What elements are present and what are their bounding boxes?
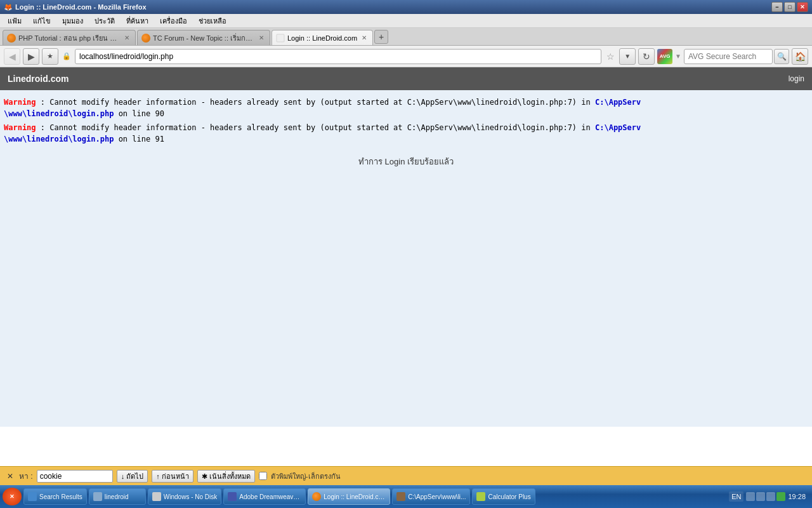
tab-close-forum[interactable]: ✕ (257, 34, 266, 43)
new-tab-button[interactable]: + (374, 30, 388, 44)
tab-icon-php (7, 34, 16, 43)
address-bar[interactable] (75, 49, 601, 64)
title-bar-title: 🦊 Login :: LineDroid.com - Mozilla Firef… (4, 3, 147, 11)
back-button[interactable]: ◀ (4, 48, 20, 65)
warning-2: Warning : Cannot modify header informati… (4, 122, 808, 145)
tab-icon-forum (141, 34, 150, 43)
warning-online-1: on line (119, 109, 155, 118)
menu-tools[interactable]: เครื่องมือ (155, 14, 192, 28)
tab-tc-forum[interactable]: TC Forum - New Topic :: เริ่มกระทู้ใหม่ … (137, 30, 270, 45)
tab-label-login: Login :: LineDroid.com (287, 34, 357, 42)
menu-help[interactable]: ช่วยเหลือ (193, 14, 232, 28)
tab-php-tutorial[interactable]: PHP Tutorial : สอน php เรียน php เขียน p… (3, 30, 136, 45)
tab-bar: PHP Tutorial : สอน php เรียน php เขียน p… (0, 28, 812, 46)
tab-close-login[interactable]: ✕ (360, 34, 369, 43)
minimize-button[interactable]: − (771, 2, 783, 12)
down-arrow[interactable]: ▼ (619, 48, 636, 65)
tab-label-forum: TC Forum - New Topic :: เริ่มกระทู้ใหม่ (153, 32, 254, 44)
success-message: ทำการ Login เรียบร้อยแล้ว (4, 155, 808, 168)
menu-view[interactable]: มุมมอง (57, 14, 88, 28)
home-button[interactable]: 🏠 (792, 48, 808, 65)
bookmark-star[interactable]: ☆ (604, 48, 617, 65)
search-area: AVG ▼ 🔍 (657, 49, 789, 64)
reload-button[interactable]: ↻ (638, 48, 655, 65)
title-bar: 🦊 Login :: LineDroid.com - Mozilla Firef… (0, 0, 812, 14)
search-input[interactable] (684, 49, 773, 64)
warning-text-1: : Cannot modify header information - hea… (41, 98, 595, 107)
warning-1: Warning : Cannot modify header informati… (4, 97, 808, 119)
firefox-title-icon: 🦊 (4, 3, 13, 11)
warning-keyword-1: Warning (4, 98, 36, 107)
address-shield: 🔒 (61, 48, 72, 65)
warning-keyword-2: Warning (4, 123, 36, 132)
svg-rect-0 (277, 34, 284, 42)
warning-linenum-2: 91 (155, 135, 164, 144)
warning-text-2: : Cannot modify header information - hea… (41, 123, 595, 132)
menu-edit[interactable]: แก้ไข (28, 14, 56, 28)
menu-bookmarks[interactable]: ที่ค้นหา (121, 14, 154, 28)
menu-history[interactable]: ประวัติ (89, 14, 120, 28)
bookmarks-button[interactable]: ★ (42, 48, 58, 65)
close-button[interactable]: ✕ (797, 2, 808, 12)
menu-file[interactable]: แฟ้ม (3, 14, 27, 28)
tab-label-php: PHP Tutorial : สอน php เรียน php เขียน p… (18, 32, 120, 44)
forward-button[interactable]: ▶ (23, 48, 39, 65)
site-header: Linedroid.com login (0, 67, 812, 90)
menu-bar: แฟ้ม แก้ไข มุมมอง ประวัติ ที่ค้นหา เครื่… (0, 14, 812, 28)
content-area: Warning : Cannot modify header informati… (0, 90, 812, 427)
nav-bar: ◀ ▶ ★ 🔒 ☆ ▼ ↻ AVG ▼ 🔍 🏠 (0, 46, 812, 67)
search-separator: ▼ (674, 53, 683, 60)
search-button[interactable]: 🔍 (774, 49, 789, 64)
tab-icon-login (276, 34, 285, 43)
site-title: Linedroid.com (8, 74, 69, 84)
maximize-button[interactable]: □ (784, 2, 796, 12)
avg-logo: AVG (657, 49, 672, 64)
tab-close-php[interactable]: ✕ (122, 34, 131, 43)
warning-online-2: on line (119, 135, 155, 144)
tab-login[interactable]: Login :: LineDroid.com ✕ (272, 30, 373, 45)
title-bar-controls: − □ ✕ (771, 2, 808, 12)
site-login-link[interactable]: login (789, 74, 804, 83)
warning-linenum-1: 90 (155, 109, 164, 118)
